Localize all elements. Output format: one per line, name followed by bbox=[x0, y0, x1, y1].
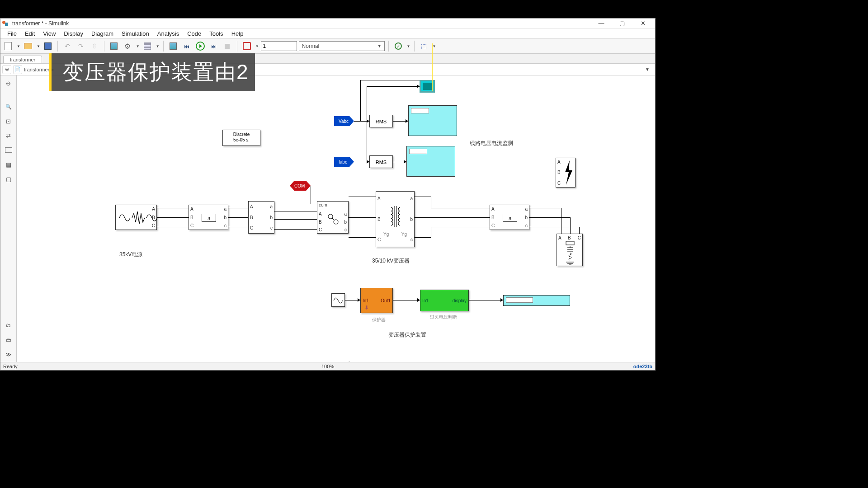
new-dropdown-icon[interactable]: ▼ bbox=[17, 44, 20, 48]
status-solver[interactable]: ode23tb bbox=[633, 364, 652, 369]
pi-section2-block[interactable]: Aa Bb Cc π bbox=[490, 205, 529, 230]
advisor-dropdown-icon[interactable]: ▼ bbox=[407, 44, 410, 48]
source-block[interactable]: A B C bbox=[115, 205, 157, 230]
display2-block[interactable] bbox=[406, 146, 455, 177]
port-c: C bbox=[152, 223, 155, 228]
save-button[interactable] bbox=[42, 40, 54, 52]
source-waveform-icon bbox=[116, 205, 157, 230]
redo-button[interactable] bbox=[75, 40, 87, 52]
menu-edit[interactable]: Edit bbox=[21, 29, 39, 38]
step-forward-button[interactable] bbox=[208, 40, 220, 52]
advisor-check-button[interactable] bbox=[392, 40, 404, 52]
open-button[interactable] bbox=[22, 40, 34, 52]
menu-analysis[interactable]: Analysis bbox=[153, 29, 183, 38]
display3-block[interactable] bbox=[503, 295, 570, 306]
menu-simulation[interactable]: Simulation bbox=[118, 29, 153, 38]
menu-code[interactable]: Code bbox=[183, 29, 205, 38]
model-browser-button[interactable] bbox=[4, 320, 14, 330]
maximize-button[interactable]: ▢ bbox=[612, 19, 632, 28]
breaker-block[interactable]: Aa Bb Cc bbox=[248, 201, 274, 234]
svg-point-0 bbox=[328, 214, 333, 219]
menu-help[interactable]: Help bbox=[227, 29, 248, 38]
stop-time-input[interactable] bbox=[261, 41, 297, 51]
pi-section1-block[interactable]: Aa Bb Cc π bbox=[189, 205, 228, 230]
annotation-button[interactable] bbox=[4, 145, 14, 155]
sine-block[interactable] bbox=[331, 293, 345, 307]
tab-transformer[interactable]: transformer bbox=[3, 56, 42, 63]
model-icon[interactable]: 📄 bbox=[13, 65, 22, 74]
breadcrumb-root[interactable]: transformer bbox=[24, 67, 49, 72]
build-button[interactable] bbox=[418, 40, 430, 52]
goto-com-block[interactable]: COM bbox=[290, 181, 311, 191]
load-block[interactable]: A B C bbox=[557, 234, 583, 266]
goto-com-label: COM bbox=[294, 183, 305, 188]
close-button[interactable]: ✕ bbox=[632, 19, 653, 28]
powergui-line2: 5e-05 s. bbox=[223, 137, 260, 143]
record-dropdown-icon[interactable]: ▼ bbox=[255, 44, 259, 48]
hide-explorer-button[interactable] bbox=[4, 78, 14, 88]
window-title: transformer * - Simulink bbox=[12, 20, 69, 27]
model-config-button[interactable]: ⚙ bbox=[122, 40, 133, 52]
model-data-button[interactable] bbox=[4, 335, 14, 345]
source-label: 35kV电源 bbox=[119, 251, 142, 258]
model-explorer-button[interactable] bbox=[142, 40, 153, 52]
rms2-block[interactable]: RMS bbox=[369, 155, 393, 168]
powergui-block[interactable]: Discrete 5e-05 s. bbox=[222, 130, 260, 146]
minimize-button[interactable]: — bbox=[591, 19, 612, 28]
record-button[interactable] bbox=[241, 40, 253, 52]
new-model-button[interactable] bbox=[2, 40, 14, 52]
area-button[interactable] bbox=[4, 174, 14, 184]
config-dropdown-icon[interactable]: ▼ bbox=[136, 44, 140, 48]
nav-up-button[interactable] bbox=[89, 40, 100, 52]
undo-button[interactable] bbox=[61, 40, 73, 52]
display1-block[interactable] bbox=[408, 105, 457, 136]
run-button[interactable] bbox=[194, 40, 206, 52]
stop-button[interactable] bbox=[222, 40, 233, 52]
svg-line-2 bbox=[332, 218, 334, 220]
transformer-block[interactable]: Aa Bb Cc Yg Yg bbox=[376, 191, 415, 247]
monitor-label: 线路电压电流监测 bbox=[470, 140, 513, 147]
from-vabc-block[interactable]: Vabc bbox=[334, 116, 354, 126]
ovp-subsystem-block[interactable]: In1 display bbox=[420, 290, 469, 311]
chevron-down-icon: ▼ bbox=[377, 44, 382, 48]
device-label: 变压器保护装置 bbox=[388, 331, 426, 339]
transformer-coil-icon bbox=[387, 205, 405, 232]
protector-subsystem-block[interactable]: In1 Out1 ⬇ bbox=[360, 288, 393, 313]
restart-button[interactable] bbox=[167, 40, 179, 52]
expand-sidebar-button[interactable] bbox=[4, 349, 14, 359]
menu-view[interactable]: View bbox=[39, 29, 60, 38]
from-vabc-label: Vabc bbox=[339, 119, 349, 124]
image-button[interactable] bbox=[4, 160, 14, 169]
load-symbol-icon bbox=[557, 239, 583, 266]
overlay-marker bbox=[432, 43, 433, 91]
menu-tools[interactable]: Tools bbox=[205, 29, 227, 38]
explorer-dropdown-icon[interactable]: ▼ bbox=[156, 44, 160, 48]
step-back-button[interactable] bbox=[181, 40, 193, 52]
simulink-icon bbox=[2, 20, 9, 27]
nav-back-button[interactable]: ⊕ bbox=[2, 65, 11, 74]
menu-diagram[interactable]: Diagram bbox=[87, 29, 118, 38]
fault-block[interactable]: A B C bbox=[556, 158, 576, 188]
menu-display[interactable]: Display bbox=[60, 29, 87, 38]
zoom-tool-button[interactable] bbox=[4, 102, 14, 112]
library-browser-button[interactable] bbox=[108, 40, 120, 52]
menu-file[interactable]: File bbox=[3, 29, 21, 38]
measurement-block[interactable]: com Aa Bb Cc bbox=[317, 201, 349, 234]
sine-icon bbox=[332, 294, 345, 307]
canvas-toolbar bbox=[0, 75, 17, 362]
port-b: B bbox=[152, 215, 155, 220]
model-canvas[interactable]: Discrete 5e-05 s. Vabc RMS Iabc RMS 线路电压… bbox=[17, 75, 655, 362]
build-dropdown-icon[interactable]: ▼ bbox=[433, 44, 436, 48]
from-iabc-block[interactable]: Iabc bbox=[334, 157, 354, 167]
meas-symbol-icon bbox=[327, 213, 339, 225]
status-zoom: 100% bbox=[321, 364, 334, 369]
simulation-mode-select[interactable]: Normal▼ bbox=[299, 41, 385, 51]
signal-routing-button[interactable] bbox=[4, 131, 14, 141]
menubar: File Edit View Display Diagram Simulatio… bbox=[0, 28, 655, 38]
rms1-block[interactable]: RMS bbox=[369, 115, 393, 127]
fit-view-button[interactable] bbox=[4, 116, 14, 126]
explorer-dropdown-icon[interactable]: ▼ bbox=[642, 67, 653, 72]
status-ready: Ready bbox=[3, 364, 18, 369]
open-dropdown-icon[interactable]: ▼ bbox=[37, 44, 40, 48]
arrow-down-icon: ⬇ bbox=[364, 305, 369, 311]
